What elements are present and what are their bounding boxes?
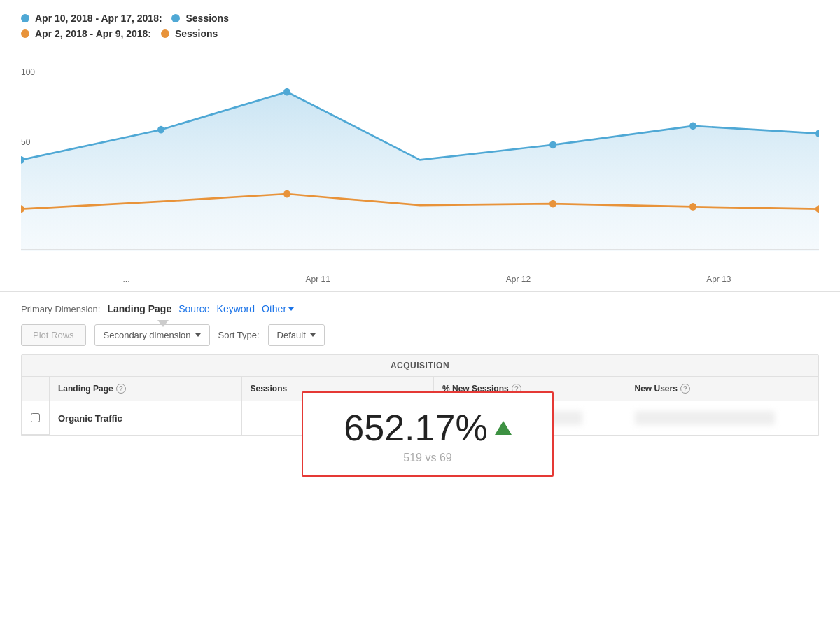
svg-marker-0 [21, 92, 819, 251]
line-chart [21, 62, 819, 251]
col-header-new-users: New Users ? [626, 377, 819, 401]
data-table: Acquisition Landing Page ? Sessions % Ne… [21, 354, 819, 436]
chart-legend: Apr 10, 2018 - Apr 17, 2018: Sessions Ap… [0, 0, 840, 48]
legend-label-1: Sessions [186, 13, 228, 24]
other-dropdown[interactable]: Other [262, 303, 294, 314]
legend-row-1: Apr 10, 2018 - Apr 17, 2018: Sessions [21, 13, 819, 24]
x-label-apr13: Apr 13 [706, 274, 731, 284]
col-sessions-label: Sessions [251, 384, 288, 394]
sort-type-label: Sort Type: [218, 330, 260, 340]
percentage-text: 652.17% [344, 407, 487, 449]
legend-dot-blue-2 [172, 14, 180, 22]
svg-point-8 [284, 190, 290, 198]
row-new-users-cell [626, 401, 819, 435]
keyword-link[interactable]: Keyword [217, 303, 255, 314]
legend-dot-orange [21, 29, 29, 38]
x-label-apr12: Apr 12 [506, 274, 531, 284]
legend-dot-blue [21, 14, 29, 22]
acquisition-header: Acquisition [22, 355, 818, 377]
secondary-dimension-arrow-icon [195, 333, 201, 337]
svg-point-5 [690, 122, 696, 130]
other-label: Other [262, 303, 286, 314]
blurred-new-users [635, 411, 775, 425]
row-checkbox-cell[interactable] [22, 401, 50, 435]
col-new-users-label: New Users [635, 384, 678, 394]
source-link[interactable]: Source [178, 303, 209, 314]
landing-page-help-icon[interactable]: ? [116, 384, 126, 394]
primary-dimension-bar: Primary Dimension: Landing Page Source K… [0, 292, 840, 320]
toolbar: Plot Rows Secondary dimension Sort Type:… [0, 320, 840, 354]
chart-area: 100 50 [0, 62, 840, 272]
legend-label-2: Sessions [175, 28, 218, 39]
y-axis-label-100: 100 [21, 67, 35, 77]
up-trend-icon [495, 421, 512, 435]
landing-page-indicator [158, 320, 169, 327]
x-label-apr11: Apr 11 [305, 274, 330, 284]
legend-date-2: Apr 2, 2018 - Apr 9, 2018: [35, 28, 151, 39]
secondary-dimension-button[interactable]: Secondary dimension [94, 324, 210, 346]
svg-point-2 [158, 126, 164, 134]
secondary-dimension-label: Secondary dimension [104, 330, 191, 340]
svg-point-9 [550, 200, 556, 208]
svg-point-4 [550, 141, 556, 148]
dropdown-arrow-icon [288, 307, 294, 311]
legend-dot-orange-2 [161, 29, 169, 38]
plot-rows-button[interactable]: Plot Rows [21, 324, 86, 346]
overlay-percentage: 652.17% [320, 407, 536, 449]
primary-dimension-label: Primary Dimension: [21, 304, 100, 314]
svg-point-3 [284, 88, 290, 96]
x-label-dots: ... [122, 274, 130, 284]
row-landing-page-cell: Organic Traffic [50, 401, 242, 435]
legend-date-1: Apr 10, 2018 - Apr 17, 2018: [35, 13, 162, 24]
primary-dimension-active: Landing Page [107, 303, 172, 314]
new-users-help-icon[interactable]: ? [680, 384, 690, 394]
legend-row-2: Apr 2, 2018 - Apr 9, 2018: Sessions [21, 28, 819, 39]
sort-type-value: Default [277, 330, 306, 340]
col-header-landing-page: Landing Page ? [50, 377, 242, 401]
row-checkbox[interactable] [31, 413, 40, 422]
y-axis-label-50: 50 [21, 137, 30, 147]
x-axis: ... Apr 11 Apr 12 Apr 13 [0, 272, 840, 284]
overlay-comparison: 519 vs 69 [320, 452, 536, 464]
col-landing-page-label: Landing Page [58, 384, 113, 394]
svg-point-10 [690, 203, 696, 211]
checkbox-header [22, 377, 50, 401]
sort-type-arrow-icon [310, 333, 316, 337]
sort-type-button[interactable]: Default [268, 324, 325, 346]
sessions-overlay-box: 652.17% 519 vs 69 [302, 391, 554, 477]
